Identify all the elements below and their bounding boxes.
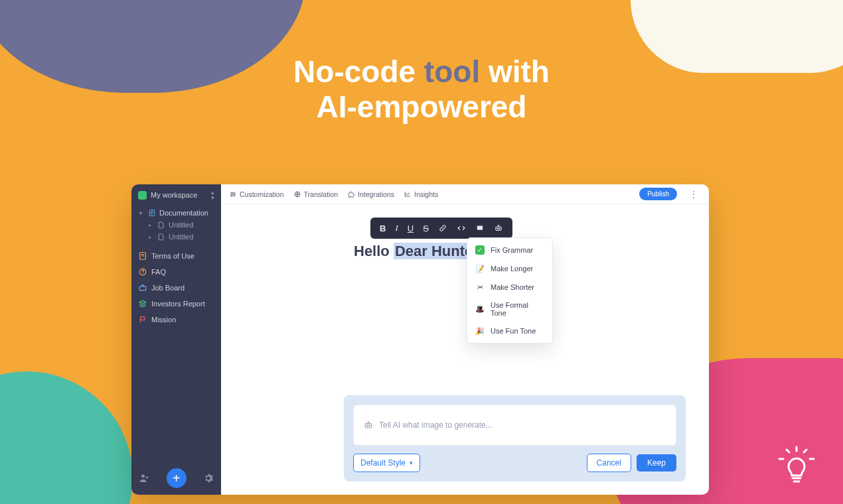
svg-point-15 [369, 425, 370, 426]
cancel-button[interactable]: Cancel [587, 454, 631, 472]
ai-item-label: Use Formal Tone [491, 301, 544, 317]
keep-button[interactable]: Keep [637, 454, 676, 472]
ai-item-label: Fix Grammar [491, 246, 533, 254]
lightbulb-icon [775, 443, 818, 485]
nav-item-label: Investors Report [151, 300, 205, 308]
svg-point-11 [497, 228, 498, 229]
page-icon [157, 221, 165, 229]
tree-item-label: Untitled [169, 221, 193, 229]
chevron-down-icon: ▾ [410, 460, 413, 466]
hero-accent: tool [424, 54, 480, 89]
ai-prompt-input[interactable]: Tell AI what image to generate... [353, 405, 676, 446]
hero-text-1b: with [480, 54, 550, 89]
chart-line-icon [404, 190, 412, 198]
main-pane: Customization Translation Integrations I… [221, 184, 709, 495]
decorative-blob-teal [0, 371, 133, 504]
invite-user-icon[interactable] [138, 472, 150, 484]
italic-button[interactable]: I [395, 223, 398, 233]
tab-customization[interactable]: Customization [229, 190, 284, 198]
nav-item-jobboard[interactable]: Job Board [131, 280, 221, 296]
heading-text-selected: Dear Hunte [394, 243, 474, 259]
ai-actions-menu: ✓ Fix Grammar 📝 Make Longer ✂ Make Short… [467, 237, 553, 344]
svg-point-7 [234, 194, 235, 195]
nav-item-label: Mission [151, 316, 176, 324]
tab-insights[interactable]: Insights [404, 190, 438, 198]
briefcase-icon [138, 283, 147, 292]
app-window: My workspace ▴▾ ▾ Documentation ▸ Untitl… [131, 184, 709, 495]
tab-label: Insights [414, 190, 438, 198]
ai-robot-button[interactable] [494, 223, 503, 233]
svg-point-14 [367, 425, 368, 426]
tab-integrations[interactable]: Integrations [347, 190, 394, 198]
document-icon [138, 251, 147, 261]
document-tree: ▾ Documentation ▸ Untitled ▸ Untitled [131, 206, 221, 244]
question-icon [138, 267, 147, 277]
hero-text-2: AI-empowered [0, 90, 843, 125]
tab-translation[interactable]: Translation [293, 190, 339, 198]
publish-button[interactable]: Publish [639, 188, 677, 200]
ai-item-label: Use Fun Tone [491, 327, 536, 335]
ai-item-formal-tone[interactable]: 🎩 Use Formal Tone [467, 296, 552, 322]
note-icon: 📝 [475, 264, 485, 273]
globe-icon [293, 190, 301, 198]
top-hat-icon: 🎩 [475, 304, 485, 314]
bold-button[interactable]: B [380, 223, 386, 233]
ai-item-fix-grammar[interactable]: ✓ Fix Grammar [467, 241, 552, 259]
document-heading[interactable]: Hello Dear Hunte [354, 243, 474, 260]
sort-icon: ▴▾ [211, 190, 214, 200]
editor-canvas[interactable]: B I U S Hello Dear Hunte ✓ Fix Grammar 📝 [221, 204, 709, 495]
sliders-icon [229, 190, 237, 198]
svg-point-8 [231, 195, 232, 196]
flag-icon [138, 315, 147, 324]
hero-text-1a: No-code [293, 54, 424, 89]
check-icon: ✓ [475, 245, 485, 255]
ai-item-fun-tone[interactable]: 🎉 Use Fun Tone [467, 322, 552, 340]
nav-item-investors[interactable]: Investors Report [131, 296, 221, 312]
code-button[interactable] [457, 223, 466, 233]
tab-label: Translation [304, 190, 339, 198]
nav-item-faq[interactable]: FAQ [131, 264, 221, 280]
caret-right-icon: ▸ [149, 222, 154, 228]
nav-item-label: Terms of Use [151, 252, 194, 260]
ai-item-label: Make Shorter [491, 283, 534, 291]
tab-label: Integrations [358, 190, 394, 198]
sidebar: My workspace ▴▾ ▾ Documentation ▸ Untitl… [131, 184, 221, 495]
workspace-switcher[interactable]: My workspace ▴▾ [131, 184, 221, 206]
more-menu-icon[interactable]: ⋮ [686, 189, 701, 200]
style-select-label: Default Style [360, 458, 406, 468]
svg-point-6 [232, 192, 233, 193]
link-button[interactable] [438, 223, 447, 233]
svg-rect-4 [139, 286, 146, 290]
svg-point-3 [142, 273, 143, 274]
add-fab-button[interactable]: + [167, 468, 187, 488]
ai-item-make-longer[interactable]: 📝 Make Longer [467, 259, 552, 278]
settings-icon[interactable] [202, 472, 214, 484]
puzzle-icon [347, 190, 355, 198]
party-icon: 🎉 [475, 326, 485, 336]
ai-item-make-shorter[interactable]: ✂ Make Shorter [467, 278, 552, 296]
heading-text-prefix: Hello [354, 243, 394, 259]
nav-item-terms[interactable]: Terms of Use [131, 248, 221, 264]
stack-icon [138, 299, 147, 308]
caret-right-icon: ▸ [149, 234, 154, 240]
ai-item-label: Make Longer [491, 265, 533, 273]
tree-item-documentation[interactable]: ▾ Documentation [131, 207, 221, 219]
robot-icon [363, 420, 374, 430]
underline-button[interactable]: U [408, 223, 414, 233]
strike-button[interactable]: S [423, 223, 429, 233]
caret-down-icon: ▾ [139, 210, 145, 216]
style-select[interactable]: Default Style ▾ [353, 454, 420, 472]
workspace-name: My workspace [151, 191, 197, 199]
tab-label: Customization [240, 190, 284, 198]
page-icon [157, 233, 165, 241]
tree-item-label: Untitled [169, 233, 193, 241]
svg-point-12 [498, 228, 499, 229]
fill-button[interactable] [475, 223, 485, 233]
nav-item-label: FAQ [151, 268, 166, 276]
svg-point-5 [141, 475, 145, 478]
ai-prompt-placeholder: Tell AI what image to generate... [379, 420, 493, 430]
nav-item-mission[interactable]: Mission [131, 312, 221, 328]
tree-item-child[interactable]: ▸ Untitled [131, 219, 221, 231]
tree-item-child[interactable]: ▸ Untitled [131, 231, 221, 243]
topbar: Customization Translation Integrations I… [221, 184, 709, 204]
